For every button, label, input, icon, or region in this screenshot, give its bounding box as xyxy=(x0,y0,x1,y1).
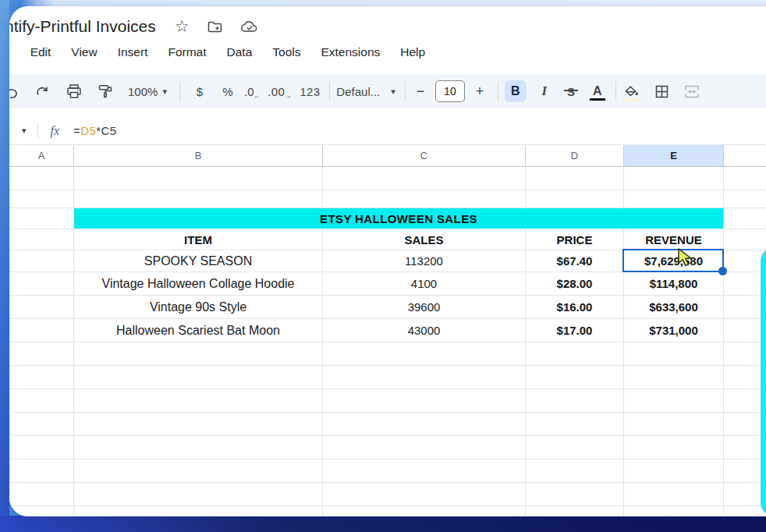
document-title[interactable]: ntify-Printful Invoices xyxy=(9,17,156,36)
name-box-chevron-icon[interactable]: ▾ xyxy=(22,126,27,136)
cell-B6[interactable]: Vintage Halloween Collage Hoodie xyxy=(74,272,323,295)
redo-icon[interactable] xyxy=(33,80,50,103)
cell-A6[interactable] xyxy=(9,272,74,295)
strikethrough-button[interactable]: S xyxy=(562,80,580,103)
increase-decimals-button[interactable]: .00→ xyxy=(268,80,292,103)
cell-C14[interactable] xyxy=(323,459,526,482)
cell-B5[interactable]: SPOOKY SEASON xyxy=(74,250,323,271)
cell-A14[interactable] xyxy=(9,459,74,482)
paint-format-icon[interactable] xyxy=(97,80,114,103)
menu-extensions[interactable]: Extensions xyxy=(321,45,380,59)
text-color-button[interactable]: A xyxy=(589,80,606,103)
cell-F4[interactable] xyxy=(724,229,766,250)
cell-B11[interactable] xyxy=(74,389,323,412)
cell-F8[interactable] xyxy=(724,319,766,342)
cell-C15[interactable] xyxy=(323,483,526,505)
cell-E11[interactable] xyxy=(624,389,724,412)
undo-icon[interactable] xyxy=(9,80,19,103)
cell-F14[interactable] xyxy=(724,459,766,482)
format-currency-button[interactable]: $ xyxy=(190,80,210,103)
cell-A13[interactable] xyxy=(9,436,74,459)
cell-F13[interactable] xyxy=(724,436,766,459)
cell-D9[interactable] xyxy=(526,342,624,365)
cell-F2[interactable] xyxy=(724,190,766,207)
cell-E14[interactable] xyxy=(624,459,724,482)
cell-C6[interactable]: 4100 xyxy=(323,272,526,295)
cell-E15[interactable] xyxy=(624,483,724,505)
cell-A4[interactable] xyxy=(9,229,74,250)
fill-handle[interactable] xyxy=(718,267,727,275)
cell-B12[interactable] xyxy=(74,413,323,435)
print-icon[interactable] xyxy=(66,80,83,103)
cell-A12[interactable] xyxy=(9,413,74,435)
cell-B9[interactable] xyxy=(74,342,323,365)
banner-cell[interactable]: ETSY HALLOWEEN SALES xyxy=(74,208,724,229)
menu-data[interactable]: Data xyxy=(227,45,253,59)
cell-E8[interactable]: $731,000 xyxy=(624,319,724,342)
cell-C10[interactable] xyxy=(323,366,526,388)
font-name-select[interactable]: Defaul... ▾ xyxy=(336,80,395,103)
menu-view[interactable]: View xyxy=(71,45,97,59)
cell-F7[interactable] xyxy=(724,296,766,318)
cell-A8[interactable] xyxy=(9,319,74,342)
cell-B7[interactable]: Vintage 90s Style xyxy=(74,296,323,318)
cell-F5[interactable] xyxy=(724,250,766,271)
header-cell-B4[interactable]: ITEM xyxy=(74,229,323,250)
cell-B8[interactable]: Halloween Scariest Bat Moon xyxy=(74,319,323,342)
cell-D6[interactable]: $28.00 xyxy=(526,272,624,295)
cell-D8[interactable]: $17.00 xyxy=(526,319,624,342)
cell-C9[interactable] xyxy=(323,342,526,365)
cell-F12[interactable] xyxy=(724,413,766,435)
format-percent-button[interactable]: % xyxy=(218,80,238,103)
star-icon[interactable]: ☆ xyxy=(175,19,190,34)
column-header-B[interactable]: B xyxy=(74,145,323,166)
cell-C1[interactable] xyxy=(323,167,526,190)
cell-A11[interactable] xyxy=(9,389,74,412)
header-cell-C4[interactable]: SALES xyxy=(323,229,526,250)
cell-A1[interactable] xyxy=(9,167,74,190)
italic-button[interactable]: I xyxy=(536,80,553,103)
cell-A3[interactable] xyxy=(9,208,74,229)
cell-A9[interactable] xyxy=(9,342,74,365)
cell-B2[interactable] xyxy=(74,190,323,207)
column-header-C[interactable]: C xyxy=(323,145,526,166)
zoom-select[interactable]: 100% ▾ xyxy=(128,80,167,103)
cell-D2[interactable] xyxy=(526,190,624,207)
cell-F3[interactable] xyxy=(724,208,766,229)
cell-F6[interactable] xyxy=(724,272,766,295)
bold-button[interactable]: B xyxy=(505,80,527,102)
cell-C16[interactable] xyxy=(323,506,526,516)
cell-B13[interactable] xyxy=(74,436,323,459)
cell-C13[interactable] xyxy=(323,436,526,459)
add-shortcut-folder-icon[interactable] xyxy=(207,19,223,34)
menu-tools[interactable]: Tools xyxy=(272,45,300,59)
cell-E12[interactable] xyxy=(624,413,724,435)
cell-D12[interactable] xyxy=(526,413,624,435)
header-cell-E4[interactable]: REVENUE xyxy=(624,229,724,250)
column-header-A[interactable]: A xyxy=(9,145,74,166)
fill-color-icon[interactable] xyxy=(622,80,641,103)
cell-D13[interactable] xyxy=(526,436,624,459)
borders-icon[interactable] xyxy=(654,80,671,103)
cell-C8[interactable]: 43000 xyxy=(323,319,526,342)
cell-F10[interactable] xyxy=(724,366,766,388)
cell-E6[interactable]: $114,800 xyxy=(624,272,724,295)
menu-help[interactable]: Help xyxy=(400,45,425,59)
cell-D5[interactable]: $67.40 xyxy=(526,250,624,271)
cell-B15[interactable] xyxy=(74,483,323,505)
font-size-input[interactable]: 10 xyxy=(435,80,465,102)
cell-C12[interactable] xyxy=(323,413,526,435)
cloud-saved-icon[interactable] xyxy=(240,20,259,34)
decrease-decimals-button[interactable]: .0← xyxy=(244,80,261,103)
cell-B16[interactable] xyxy=(74,506,323,516)
menu-file-partial[interactable]: e xyxy=(9,45,10,59)
cell-E5[interactable]: $7,629,680 xyxy=(624,250,724,271)
cell-C2[interactable] xyxy=(323,190,526,207)
decrease-font-size-button[interactable]: − xyxy=(412,80,429,103)
cell-A7[interactable] xyxy=(9,296,74,318)
cell-D11[interactable] xyxy=(526,389,624,412)
cell-B10[interactable] xyxy=(74,366,323,388)
cell-E1[interactable] xyxy=(624,167,724,190)
cell-B1[interactable] xyxy=(74,167,323,190)
column-header-D[interactable]: D xyxy=(526,145,624,166)
